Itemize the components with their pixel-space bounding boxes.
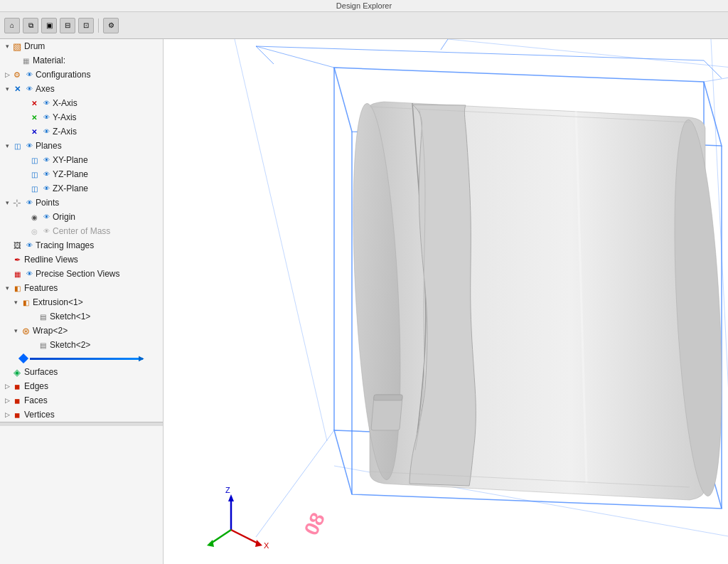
expand-vertices[interactable]: ▷ [3,410,11,419]
arrow-diamond-icon [18,353,28,363]
configurations-icon: ⚙ [11,69,23,80]
save-icon[interactable]: ▣ [41,18,57,33]
surfaces-icon: ◈ [11,366,23,378]
toolbar: ⌂ ⧉ ▣ ⊟ ⊡ ⚙ [0,12,728,39]
yz-plane-icon: ◫ [28,169,40,180]
tree-item-axes[interactable]: ▾ ✕ 👁 Axes [0,82,163,96]
tree-item-center-mass[interactable]: ◎ 👁 Center of Mass [0,224,163,238]
x-axis-eye[interactable]: 👁 [41,98,51,108]
window-icon[interactable]: ⊟ [60,18,75,33]
home-icon[interactable]: ⌂ [4,18,20,33]
surfaces-label: Surfaces [24,367,58,377]
expand-sketch2 [28,341,37,349]
title-bar: Design Explorer [0,0,728,12]
expand-drum[interactable]: ▾ [3,42,11,50]
center-mass-label: Center of Mass [53,226,110,236]
tree-item-vertices[interactable]: ▷ ◼ Vertices [0,408,163,422]
tree-item-xy-plane[interactable]: ◫ 👁 XY-Plane [0,153,163,167]
expand-wrap2[interactable]: ▾ [11,326,20,335]
tree-item-planes[interactable]: ▾ ◫ 👁 Planes [0,139,163,153]
points-eye[interactable]: 👁 [24,198,34,208]
tree-item-configurations[interactable]: ▷ ⚙ 👁 Configurations [0,68,163,82]
vertices-label: Vertices [24,410,55,420]
tree-item-x-axis[interactable]: ✕ 👁 X-Axis [0,96,163,110]
origin-label: Origin [53,212,75,222]
expand-extrusion1[interactable]: ▾ [11,298,20,307]
left-panel-resize-handle[interactable] [0,422,163,426]
tree-item-drum[interactable]: ▾ ▧ Drum [0,39,163,53]
center-mass-eye[interactable]: 👁 [41,226,51,236]
edges-label: Edges [24,381,48,391]
faces-label: Faces [24,395,48,405]
split-icon[interactable]: ⊡ [78,18,94,33]
svg-text:Z: Z [225,486,230,494]
expand-features[interactable]: ▾ [3,284,11,292]
vertices-icon: ◼ [11,409,23,420]
tree-item-zx-plane[interactable]: ◫ 👁 ZX-Plane [0,181,163,196]
z-axis-label: Z-Axis [53,127,77,137]
main-content: ▾ ▧ Drum ▦ Material: ▷ ⚙ 👁 Configuration… [0,39,728,564]
center-mass-icon: ◎ [28,225,40,237]
tree-item-sketch2[interactable]: ▤ Sketch<2> [0,338,163,352]
drum-label: Drum [24,41,45,51]
title-label: Design Explorer [336,1,392,10]
tree-item-z-axis[interactable]: ✕ 👁 Z-Axis [0,124,163,139]
configurations-eye[interactable]: 👁 [24,70,34,80]
z-axis-icon: ✕ [28,126,40,137]
tree-item-yz-plane[interactable]: ◫ 👁 YZ-Plane [0,167,163,181]
design-explorer-panel: ▾ ▧ Drum ▦ Material: ▷ ⚙ 👁 Configuration… [0,39,164,564]
expand-edges[interactable]: ▷ [3,382,11,390]
tree-item-tracing-images[interactable]: 🖼 👁 Tracing Images [0,238,163,252]
y-axis-label: Y-Axis [53,112,77,122]
expand-configurations[interactable]: ▷ [3,70,11,79]
tree-item-sketch1[interactable]: ▤ Sketch<1> [0,309,163,324]
tree-item-material[interactable]: ▦ Material: [0,53,163,68]
precise-section-views-eye[interactable]: 👁 [24,269,34,279]
copy-icon[interactable]: ⧉ [23,18,38,33]
origin-icon: ◉ [28,211,40,223]
tree-item-precise-section-views[interactable]: ▦ 👁 Precise Section Views [0,267,163,281]
tracing-images-icon: 🖼 [11,240,23,251]
tree-item-edges[interactable]: ▷ ◼ Edges [0,379,163,393]
expand-xy-plane [20,156,28,164]
expand-planes[interactable]: ▾ [3,142,11,150]
faces-icon: ◼ [11,395,23,406]
planes-eye[interactable]: 👁 [24,141,34,151]
expand-zx-plane [20,184,28,193]
tree-item-origin[interactable]: ◉ 👁 Origin [0,210,163,224]
xy-plane-eye[interactable]: 👁 [41,155,51,165]
zx-plane-eye[interactable]: 👁 [41,183,51,193]
origin-eye[interactable]: 👁 [41,212,51,222]
expand-points[interactable]: ▾ [3,198,11,207]
z-axis-eye[interactable]: 👁 [41,127,51,137]
x-axis-icon: ✕ [28,97,40,109]
redline-views-label: Redline Views [24,255,78,265]
tracing-images-eye[interactable]: 👁 [24,240,34,250]
3d-viewport[interactable]: Z X 08 [164,39,728,564]
wrap2-label: Wrap<2> [33,326,68,336]
y-axis-eye[interactable]: 👁 [41,112,51,122]
expand-axes[interactable]: ▾ [3,85,11,93]
tree-item-redline-views[interactable]: ✒ Redline Views [0,252,163,267]
expand-center-mass [20,227,28,235]
arrow-line-icon [30,358,143,360]
points-label: Points [36,198,59,208]
tree-item-points[interactable]: ▾ ⊹ 👁 Points [0,196,163,210]
drum-icon: ▧ [11,41,23,52]
sketch2-label: Sketch<2> [50,340,90,350]
tree-item-y-axis[interactable]: ✕ 👁 Y-Axis [0,110,163,124]
yz-plane-eye[interactable]: 👁 [41,169,51,179]
tree-item-features[interactable]: ▾ ◧ Features [0,281,163,295]
features-label: Features [24,283,58,293]
tree-item-extrusion1[interactable]: ▾ ◧ Extrusion<1> [0,295,163,309]
expand-sketch1 [28,312,37,321]
tree-item-wrap2[interactable]: ▾ ⊛ Wrap<2> [0,324,163,338]
expand-y-axis [20,113,28,122]
settings-icon[interactable]: ⚙ [103,18,119,33]
wrap2-icon: ⊛ [20,325,31,336]
axes-eye[interactable]: 👁 [24,84,34,94]
tree-item-surfaces[interactable]: ◈ Surfaces [0,365,163,379]
expand-faces[interactable]: ▷ [3,396,11,405]
material-icon: ▦ [20,55,31,66]
tree-item-faces[interactable]: ▷ ◼ Faces [0,393,163,408]
